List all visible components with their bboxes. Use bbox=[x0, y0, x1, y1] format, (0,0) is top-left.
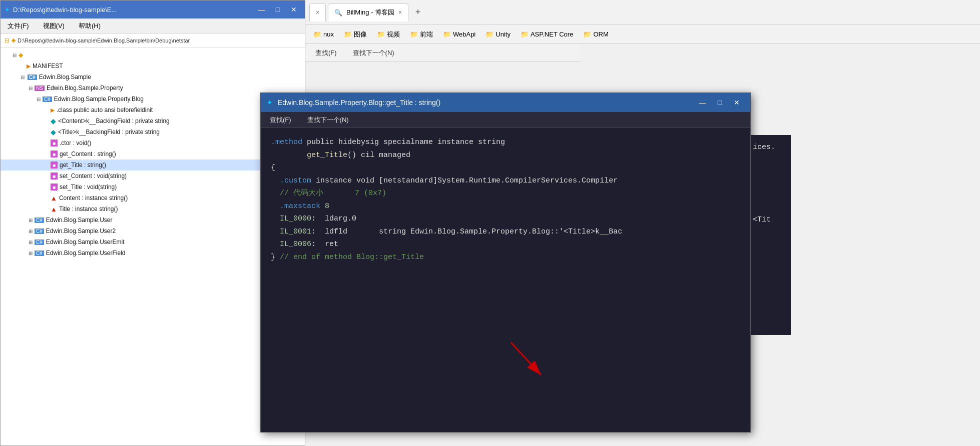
expander[interactable]: ⊟ bbox=[27, 86, 35, 91]
folder-icon: 📁 bbox=[377, 30, 385, 38]
folder-icon: 📁 bbox=[443, 30, 451, 38]
tree-class-def[interactable]: ▶ .class public auto ansi beforefieldini… bbox=[1, 104, 305, 116]
close-button[interactable]: ✕ bbox=[287, 4, 301, 15]
tree-useremit[interactable]: ⊞ C# Edwin.Blog.Sample.UserEmit bbox=[1, 236, 305, 248]
tree-set-title[interactable]: ■ set_Title : void(string) bbox=[1, 182, 305, 192]
expander[interactable]: ⊟ bbox=[35, 96, 43, 102]
code-find-next-button[interactable]: 查找下一个(N) bbox=[304, 114, 352, 126]
tree-icon: ◆ bbox=[51, 128, 56, 136]
tree-label: get_Title : string() bbox=[60, 162, 106, 168]
tree-label: Edwin.Blog.Sample.Property.Blog bbox=[54, 96, 144, 102]
expander[interactable]: ⊟ bbox=[11, 52, 19, 58]
bookmark-frontend[interactable]: 📁 前端 bbox=[406, 28, 437, 41]
svg-line-1 bbox=[511, 342, 541, 375]
browser-tab-billming[interactable]: 🔍 BillMing - 博客园 × bbox=[328, 4, 408, 22]
tree-edwin-blog-sample[interactable]: ⊟ C# Edwin.Blog.Sample bbox=[1, 72, 305, 82]
tree-label: .class public auto ansi beforefieldinit bbox=[57, 106, 153, 114]
bookmark-unity[interactable]: 📁 Unity bbox=[481, 28, 515, 40]
expander[interactable]: ⊞ bbox=[27, 250, 35, 256]
code-maximize-button[interactable]: □ bbox=[712, 96, 727, 108]
bookmark-video[interactable]: 📁 视频 bbox=[373, 28, 404, 41]
tree-item[interactable]: ⊟ ◆ bbox=[1, 50, 305, 60]
path-text: D:\Repos\git\edwin-blog-sample\Edwin.Blo… bbox=[18, 38, 190, 44]
maximize-button[interactable]: □ bbox=[271, 4, 285, 15]
find-button[interactable]: 查找(F) bbox=[311, 46, 341, 60]
bookmark-bar: 📁 nux 📁 图像 📁 视频 📁 前端 📁 WebApi 📁 Unity 📁 … bbox=[305, 25, 980, 44]
bookmark-orm[interactable]: 📁 ORM bbox=[579, 28, 612, 40]
tree-ctor[interactable]: ■ .ctor : void() bbox=[1, 138, 305, 148]
tree-icon: C# bbox=[43, 96, 52, 102]
code-line-6: // 代码大小 7 (0x7) bbox=[271, 187, 740, 200]
tree-label: Edwin.Blog.Sample.User2 bbox=[46, 228, 116, 234]
tree-label: set_Title : void(string) bbox=[60, 184, 117, 190]
overflow-line-2 bbox=[753, 152, 789, 164]
overflow-line-6 bbox=[753, 202, 789, 216]
tree-icon: C# bbox=[35, 250, 44, 256]
tab-close-unnamed[interactable]: × bbox=[316, 9, 319, 16]
bookmark-label: 视频 bbox=[387, 30, 400, 39]
bookmark-nux[interactable]: 📁 nux bbox=[309, 28, 338, 40]
tree-user[interactable]: ⊞ C# Edwin.Blog.Sample.User bbox=[1, 214, 305, 226]
tree-content-prop[interactable]: ▲ Content : instance string() bbox=[1, 192, 305, 204]
tab-favicon: 🔍 bbox=[334, 9, 342, 16]
browser-tab-unnamed[interactable]: × bbox=[309, 4, 326, 22]
tree-property-blog[interactable]: ⊟ C# Edwin.Blog.Sample.Property.Blog bbox=[1, 94, 305, 104]
tree-get-content[interactable]: ■ get_Content : string() bbox=[1, 148, 305, 160]
tree-get-title[interactable]: ■ get_Title : string() bbox=[1, 160, 305, 170]
code-find-button[interactable]: 查找(F) bbox=[267, 114, 294, 126]
code-icon: ✦ bbox=[267, 98, 273, 106]
new-tab-button[interactable]: + bbox=[410, 5, 425, 20]
tree-label: Edwin.Blog.Sample bbox=[39, 74, 91, 80]
expander[interactable]: ⊟ bbox=[19, 74, 27, 80]
overflow-line-3 bbox=[753, 164, 789, 178]
bookmark-images[interactable]: 📁 图像 bbox=[340, 28, 371, 41]
tree-icon: ■ bbox=[51, 150, 58, 158]
minimize-button[interactable]: — bbox=[255, 4, 269, 15]
tree-icon: C# bbox=[28, 74, 37, 80]
tree-title-prop[interactable]: ▲ Title : instance string() bbox=[1, 204, 305, 214]
path-icon: ⊟ bbox=[5, 37, 10, 44]
tree-label: Edwin.Blog.Sample.Property bbox=[47, 84, 123, 92]
menu-help[interactable]: 帮助(H) bbox=[76, 20, 104, 32]
expander[interactable]: ⊞ bbox=[27, 240, 35, 245]
tree-userfield[interactable]: ⊞ C# Edwin.Blog.Sample.UserField bbox=[1, 248, 305, 258]
right-overflow-panel: ices. <Tit bbox=[751, 135, 791, 335]
bookmark-label: ORM bbox=[593, 30, 608, 38]
code-line-10: IL_0001: ldfld string Edwin.Blog.Sample.… bbox=[271, 226, 740, 238]
code-line-1: .method public hidebysig specialname ins… bbox=[271, 136, 740, 149]
bookmark-webapi[interactable]: 📁 WebApi bbox=[439, 28, 479, 40]
tree-icon: ▲ bbox=[51, 194, 57, 202]
tree-manifest[interactable]: ▶ MANIFEST bbox=[1, 60, 305, 72]
tree-content-field[interactable]: ◆ <Content>k__BackingField : private str… bbox=[1, 116, 305, 126]
left-menubar: 文件(F) 视图(V) 帮助(H) bbox=[1, 18, 305, 34]
path-bar: ⊟ ◆ D:\Repos\git\edwin-blog-sample\Edwin… bbox=[1, 34, 305, 48]
tree-title-field[interactable]: ◆ <Title>k__BackingField : private strin… bbox=[1, 126, 305, 138]
folder-icon: 📁 bbox=[485, 30, 494, 38]
code-window-controls: — □ ✕ bbox=[695, 96, 744, 108]
tree-label: Edwin.Blog.Sample.UserField bbox=[46, 250, 126, 256]
bookmark-label: WebApi bbox=[453, 30, 475, 38]
tree-set-content[interactable]: ■ set_Content : void(string) bbox=[1, 170, 305, 182]
code-window: ✦ Edwin.Blog.Sample.Property.Blog::get_T… bbox=[260, 92, 751, 432]
code-titlebar: ✦ Edwin.Blog.Sample.Property.Blog::get_T… bbox=[261, 93, 750, 112]
menu-file[interactable]: 文件(F) bbox=[5, 20, 32, 32]
tree-label: set_Content : void(string) bbox=[60, 172, 127, 180]
menu-view[interactable]: 视图(V) bbox=[40, 20, 68, 32]
expander[interactable]: ⊞ bbox=[27, 218, 35, 223]
tree-user2[interactable]: ⊞ C# Edwin.Blog.Sample.User2 bbox=[1, 226, 305, 236]
code-line-9: IL_0000: ldarg.0 bbox=[271, 212, 740, 226]
code-minimize-button[interactable]: — bbox=[695, 96, 710, 108]
tree-icon: ▶ bbox=[51, 107, 55, 114]
code-window-title: Edwin.Blog.Sample.Property.Blog::get_Tit… bbox=[278, 98, 440, 106]
bookmark-aspnet[interactable]: 📁 ASP.NET Core bbox=[517, 28, 578, 40]
tree-property[interactable]: ⊟ NS Edwin.Blog.Sample.Property bbox=[1, 82, 305, 94]
code-menubar: 查找(F) 查找下一个(N) bbox=[261, 112, 750, 128]
find-next-button[interactable]: 查找下一个(N) bbox=[349, 46, 398, 60]
code-close-button[interactable]: ✕ bbox=[729, 96, 744, 108]
title-icon: ✦ bbox=[5, 6, 10, 14]
bookmark-label: 前端 bbox=[420, 30, 433, 39]
code-line-11: IL_0006: ret bbox=[271, 238, 740, 251]
expander[interactable]: ⊞ bbox=[27, 228, 35, 234]
tab-close-billming[interactable]: × bbox=[398, 9, 402, 16]
tree-icon: ■ bbox=[51, 140, 58, 146]
